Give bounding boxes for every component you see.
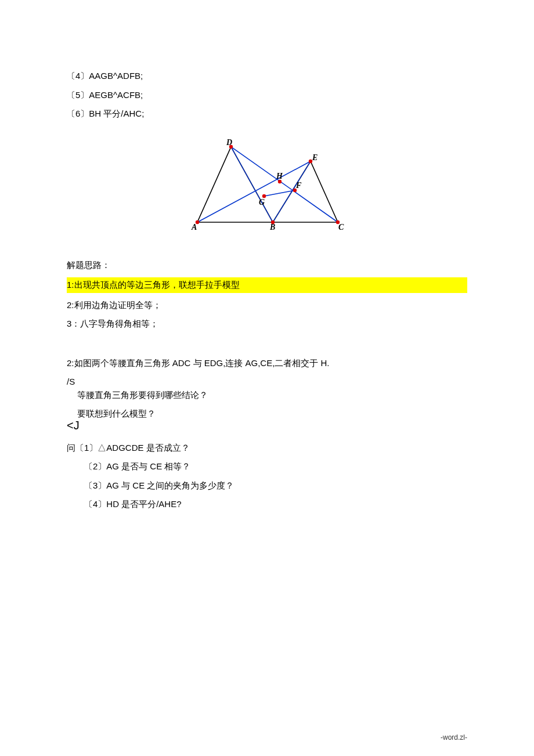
note-2: 要联想到什么模型？ <box>67 407 467 421</box>
bracket-j-note: <J <box>67 419 467 431</box>
label-G: G <box>259 198 265 207</box>
step-3: 3：八字导角得角相等； <box>67 317 467 331</box>
label-F: F <box>295 181 302 190</box>
step-2: 2:利用边角边证明全等； <box>67 299 467 312</box>
label-E: E <box>312 153 317 162</box>
question-4: 〔4〕HD 是否平分/AHE? <box>67 498 467 511</box>
question-1: 问〔1〕△ADGCDE 是否成立？ <box>67 442 467 455</box>
question-3: 〔3〕AG 与 CE 之间的夹角为多少度？ <box>67 479 467 493</box>
label-H: H <box>276 172 283 180</box>
svg-line-3 <box>231 147 338 222</box>
problem-2-intro: 2:如图两个等腰直角三角形 ADC 与 EDG,连接 AG,CE,二者相交于 H… <box>67 357 467 370</box>
item-6: 〔6〕BH 平分/AHC; <box>67 107 467 121</box>
item-4: 〔4〕AAGB^ADFB; <box>67 70 467 83</box>
svg-line-5 <box>273 161 311 222</box>
svg-line-2 <box>197 161 311 222</box>
footer-text: -word.zl- <box>441 733 467 741</box>
label-B: B <box>269 223 275 231</box>
page-content: 〔4〕AAGB^ADFB; 〔5〕AEGB^ACFB; 〔6〕BH 平分/AHC… <box>0 0 534 552</box>
item-5: 〔5〕AEGB^ACFB; <box>67 89 467 102</box>
question-2: 〔2〕AG 是否与 CE 相等？ <box>67 460 467 473</box>
label-D: D <box>226 138 232 147</box>
step-1-highlight: 1:出现共顶点的等边三角形，联想手拉手模型 <box>67 277 467 293</box>
label-A: A <box>191 223 197 231</box>
label-C: C <box>338 223 344 231</box>
svg-marker-0 <box>197 147 273 222</box>
triangle-figure-icon: A B C D E G H F <box>186 138 348 231</box>
figure-container: A B C D E G H F <box>67 138 467 233</box>
note-1: 等腰直角三角形要得到哪些结论？ <box>67 389 467 402</box>
solution-heading: 解题思路： <box>67 259 467 272</box>
slash-s-note: /S <box>67 375 467 389</box>
